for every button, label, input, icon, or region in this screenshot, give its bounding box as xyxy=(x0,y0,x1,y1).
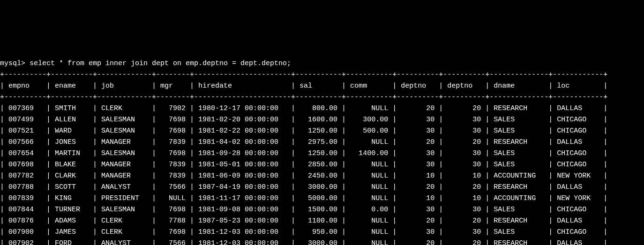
table-body: | 007369 | SMITH | CLERK | 7902 | 1980-1… xyxy=(0,104,607,245)
table-border-top: +----------+----------+-------------+---… xyxy=(0,71,607,79)
table-border-mid: +----------+----------+-------------+---… xyxy=(0,93,607,101)
mysql-terminal: mysql> select * from emp inner join dept… xyxy=(0,47,644,245)
table-header-row: | empno | ename | job | mgr | hiredate |… xyxy=(0,82,607,90)
prompt: mysql> xyxy=(0,59,30,67)
sql-query: select * from emp inner join dept on emp… xyxy=(30,59,291,67)
prompt-line[interactable]: mysql> select * from emp inner join dept… xyxy=(0,59,291,67)
